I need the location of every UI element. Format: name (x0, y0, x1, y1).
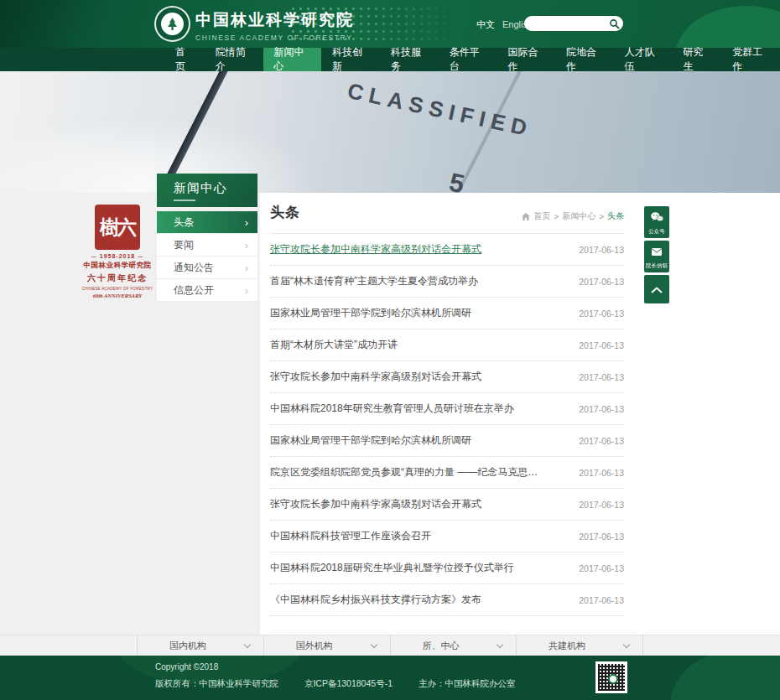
mailbox-button[interactable]: 院长信箱 (644, 241, 669, 272)
chevron-down-icon (623, 640, 630, 647)
sidebar-item-headlines[interactable]: 头条 › (157, 211, 257, 234)
news-link[interactable]: 首届“林木遗传育种”主题大学生夏令营成功举办 (270, 274, 478, 288)
main-nav: 首页 院情简介 新闻中心 科技创新 科技服务 条件平台 国际合作 院地合作 人才… (0, 48, 780, 71)
footer-legal: 版权所有：中国林业科学研究院 (155, 678, 278, 688)
news-link[interactable]: 张守攻院长参加中南科学家高级别对话会开幕式 (270, 242, 481, 257)
search-icon[interactable] (609, 18, 620, 29)
banner-number: 5 (446, 168, 466, 193)
nav-item-services[interactable]: 科技服务 (380, 48, 439, 71)
banner-classified-text: CLASSIFIED (346, 78, 535, 143)
wechat-label: 公众号 (645, 227, 668, 235)
wechat-button[interactable]: 公众号 (644, 206, 669, 238)
chevron-right-icon: › (245, 217, 248, 228)
news-row: 张守攻院长参加中南科学家高级别对话会开幕式 2017-06-13 (270, 361, 624, 393)
nav-item-international[interactable]: 国际合作 (497, 48, 555, 71)
news-date: 2017-06-13 (579, 309, 624, 319)
site-logo[interactable] (154, 6, 190, 42)
nav-item-news[interactable]: 新闻中心 (263, 48, 322, 71)
tree-icon (165, 17, 179, 31)
nav-item-about[interactable]: 院情简介 (205, 48, 263, 71)
news-date: 2017-06-13 (579, 531, 624, 542)
news-link[interactable]: 首期“木材所大讲堂”成功开讲 (270, 338, 398, 352)
news-link[interactable]: 国家林业局管理干部学院到哈尔滨林机所调研 (270, 433, 471, 448)
news-link[interactable]: 中国林科院2018年研究生教育管理人员研讨班在京举办 (270, 402, 514, 416)
chevron-right-icon: › (245, 262, 248, 273)
dropdown-label: 国内机构 (169, 640, 206, 652)
news-row: 张守攻院长参加中南科学家高级别对话会开幕式 2017-06-13 (270, 234, 624, 266)
footer-copyright: Copyright ©2018 (155, 662, 538, 671)
news-date: 2017-06-13 (579, 404, 624, 414)
news-link[interactable]: 院京区党委组织院部党员参观“真理的力量 ——纪念马克思诞辰200周年主题展览 (270, 465, 547, 480)
sidebar-item-label: 头条 (174, 215, 194, 230)
sidebar-items: 头条 › 要闻 › 通知公告 › 信息公开 › (157, 211, 257, 302)
breadcrumb-home[interactable]: 首页 (533, 210, 550, 222)
news-date: 2017-06-13 (579, 340, 624, 350)
footer-legal-row: 版权所有：中国林业科学研究院 京ICP备13018045号-1 主办：中国林科院… (155, 678, 538, 690)
dropdown-label: 所、中心 (423, 640, 460, 652)
nav-item-innovation[interactable]: 科技创新 (321, 48, 380, 71)
news-link[interactable]: 中国林科院科技管理工作座谈会召开 (270, 529, 431, 543)
nav-item-home[interactable]: 首页 (164, 48, 205, 71)
nav-item-platform[interactable]: 条件平台 (439, 48, 497, 71)
sidebar-item-disclosure[interactable]: 信息公开 › (157, 279, 257, 302)
sidebar-title-underline (174, 200, 195, 201)
sidebar-item-notices[interactable]: 通知公告 › (157, 257, 257, 279)
sidebar: 新闻中心 头条 › 要闻 › 通知公告 › 信息公开 › (157, 174, 257, 302)
news-date: 2017-06-13 (579, 500, 624, 510)
sidebar-item-label: 通知公告 (174, 261, 214, 275)
news-row: 国家林业局管理干部学院到哈尔滨林机所调研 2017-06-13 (270, 298, 624, 329)
news-date: 2017-06-13 (579, 436, 624, 446)
nav-item-party[interactable]: 党群工作 (721, 48, 780, 71)
news-row: 首届“林木遗传育种”主题大学生夏令营成功举办 2017-06-13 (270, 266, 624, 298)
mail-icon (651, 247, 663, 257)
news-row: 国家林业局管理干部学院到哈尔滨林机所调研 2017-06-13 (270, 425, 624, 457)
news-row: 院京区党委组织院部党员参观“真理的力量 ——纪念马克思诞辰200周年主题展览 2… (270, 457, 624, 489)
back-to-top-button[interactable] (644, 275, 669, 303)
news-date: 2017-06-13 (579, 245, 624, 255)
news-link[interactable]: 中国林科院2018届研究生毕业典礼暨学位授予仪式举行 (270, 561, 514, 575)
news-date: 2017-06-13 (579, 468, 624, 478)
sidebar-item-key-news[interactable]: 要闻 › (157, 234, 257, 257)
breadcrumb: 首页 > 新闻中心 > 头条 (522, 210, 624, 222)
anniversary-cn-name: 中国林业科学研究院 (81, 261, 153, 271)
footer-dropdown-foreign[interactable]: 国外机构 (263, 635, 390, 656)
lang-zh-link[interactable]: 中文 (476, 19, 495, 29)
chevron-right-icon: › (245, 285, 248, 296)
anniversary-en: 60th ANNIVERSARY (81, 293, 153, 298)
footer-dropdown-domestic[interactable]: 国内机构 (137, 635, 263, 656)
news-list: 张守攻院长参加中南科学家高级别对话会开幕式 2017-06-13 首届“林木遗传… (270, 234, 624, 616)
news-link[interactable]: 张守攻院长参加中南科学家高级别对话会开幕式 (270, 497, 481, 511)
news-date: 2017-06-13 (579, 595, 624, 605)
seal-characters: 樹六 (100, 215, 135, 241)
news-link[interactable]: 张守攻院长参加中南科学家高级别对话会开幕式 (270, 370, 481, 384)
search-input[interactable] (533, 19, 609, 29)
news-date: 2017-06-13 (579, 372, 624, 382)
page: 中国林业科学研究院 CHINESE ACADEMY OF FORESTRY 中文… (0, 0, 780, 700)
footer-dropdown-institutes[interactable]: 所、中心 (390, 635, 517, 656)
news-link[interactable]: 国家林业局管理干部学院到哈尔滨林机所调研 (270, 306, 471, 320)
footer-dropdown-joint[interactable]: 共建机构 (516, 635, 643, 656)
nav-item-graduate[interactable]: 研究生 (672, 48, 721, 71)
footer-link-bar: 国内机构 国外机构 所、中心 共建机构 (0, 635, 780, 656)
nav-item-talent[interactable]: 人才队伍 (614, 48, 673, 71)
news-row: 张守攻院长参加中南科学家高级别对话会开幕式 2017-06-13 (270, 489, 624, 521)
news-link[interactable]: 《中国林科院乡村振兴科技支撑行动方案》发布 (270, 593, 481, 607)
news-row: 中国林科院科技管理工作座谈会召开 2017-06-13 (270, 521, 624, 552)
footer: Copyright ©2018 版权所有：中国林业科学研究院 京ICP备1301… (0, 656, 780, 700)
chevron-down-icon (497, 640, 503, 647)
footer-link-groups: 国内机构 国外机构 所、中心 共建机构 (137, 635, 643, 656)
chevron-up-icon (651, 287, 663, 293)
breadcrumb-separator: > (599, 212, 604, 221)
breadcrumb-news-center[interactable]: 新闻中心 (562, 210, 595, 222)
main-content: 头条 首页 > 新闻中心 > 头条 张守攻院长参加中南科学家高级别对话会开幕式 … (270, 203, 624, 653)
main-header: 头条 首页 > 新闻中心 > 头条 (270, 203, 624, 222)
site-title: 中国林业科学研究院 (195, 9, 354, 31)
sidebar-item-label: 要闻 (174, 238, 194, 252)
anniversary-seal: 樹六 (95, 205, 140, 250)
news-date: 2017-06-13 (579, 277, 624, 287)
nav-item-regional[interactable]: 院地合作 (555, 48, 614, 71)
wechat-icon (651, 212, 663, 222)
anniversary-cn: 六十周年纪念 (81, 272, 153, 284)
hero-banner: CLASSIFIED 5 (0, 71, 780, 193)
mailbox-label: 院长信箱 (645, 262, 668, 269)
